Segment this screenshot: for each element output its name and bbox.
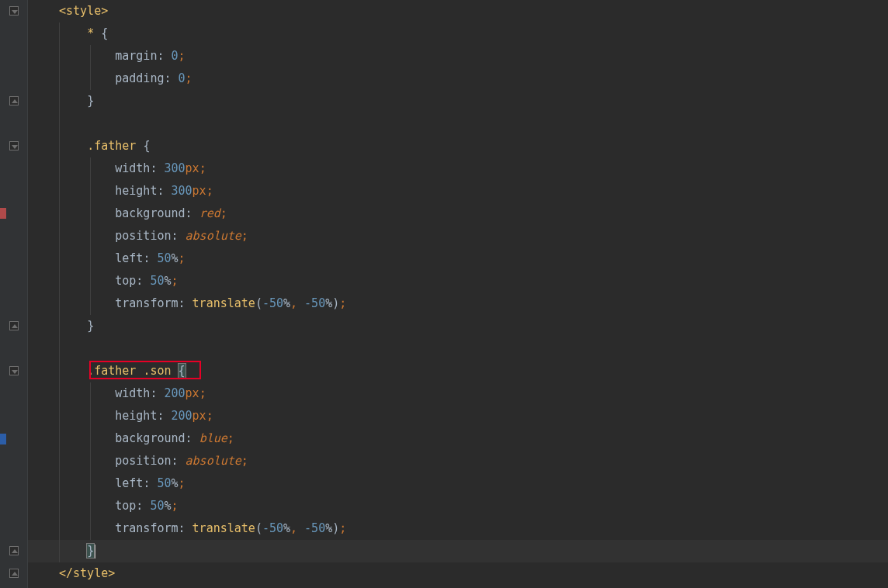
gutter-mark-blue	[0, 434, 6, 444]
code-line: width: 300px;	[28, 157, 888, 180]
code-line: <style>	[28, 0, 888, 22]
brace-match: }	[87, 544, 94, 558]
fold-up-icon[interactable]	[9, 321, 19, 330]
code-line: position: absolute;	[28, 225, 888, 247]
code-line: top: 50%;	[28, 495, 888, 517]
fold-down-icon[interactable]	[9, 6, 19, 16]
fold-up-icon[interactable]	[9, 569, 19, 578]
code-line: background: red;	[28, 202, 888, 225]
code-line-cursor: }	[28, 540, 888, 562]
fold-up-icon[interactable]	[9, 96, 19, 105]
text-cursor	[95, 545, 95, 559]
code-line: </style>	[28, 562, 888, 585]
code-line: left: 50%;	[28, 472, 888, 495]
code-line	[28, 337, 888, 360]
code-line: padding: 0;	[28, 67, 888, 90]
code-line: left: 50%;	[28, 247, 888, 270]
code-line: height: 200px;	[28, 405, 888, 427]
code-line: .father {	[28, 135, 888, 157]
code-line: }	[28, 90, 888, 112]
code-line: margin: 0;	[28, 45, 888, 67]
code-line: height: 300px;	[28, 180, 888, 202]
code-line: background: blue;	[28, 427, 888, 450]
code-line: top: 50%;	[28, 270, 888, 292]
code-line: position: absolute;	[28, 450, 888, 472]
fold-up-icon[interactable]	[9, 546, 19, 555]
code-line: transform: translate(-50%, -50%);	[28, 292, 888, 315]
code-line: transform: translate(-50%, -50%);	[28, 517, 888, 540]
fold-down-icon[interactable]	[9, 366, 19, 375]
code-line: .father .son {	[28, 360, 888, 382]
fold-down-icon[interactable]	[9, 141, 19, 150]
gutter-mark-red	[0, 208, 6, 219]
code-editor[interactable]: <style> * { margin: 0; padding: 0; } .fa…	[28, 0, 888, 588]
code-line: width: 200px;	[28, 382, 888, 405]
code-line	[28, 112, 888, 135]
gutter	[0, 0, 28, 588]
selector-highlight-annotation	[89, 361, 201, 379]
code-line: }	[28, 315, 888, 337]
code-line: * {	[28, 22, 888, 45]
